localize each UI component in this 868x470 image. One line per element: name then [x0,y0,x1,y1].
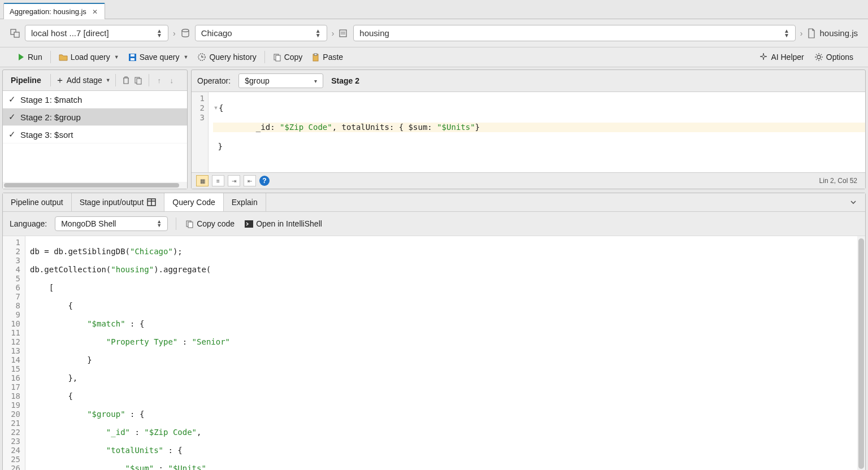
copy-button[interactable]: Copy [272,51,304,63]
tab-pipeline-output[interactable]: Pipeline output [3,193,72,211]
plus-icon: ＋ [55,75,64,86]
play-icon [17,53,25,61]
breadcrumb-file: housing.js [807,28,858,38]
editor-view-2-button[interactable]: ≡ [212,175,224,186]
close-icon[interactable]: ✕ [91,8,99,16]
database-dropdown[interactable]: Chicago ▲▼ [195,25,327,41]
dropdown-arrows-icon: ▲▼ [784,29,789,38]
tab-bar: Aggregation: housing.js ✕ [0,0,868,19]
editor-header: Operator: $group ▾ Stage 2 [192,70,865,92]
add-stage-button[interactable]: ＋ Add stage ▼ [55,75,111,86]
chevron-down-icon: ▼ [106,77,111,83]
chevron-down-icon [849,198,857,206]
operator-label: Operator: [197,76,231,85]
tab-stage-io[interactable]: Stage input/output [72,193,165,211]
stage-row-1[interactable]: ✓ Stage 1: $match [3,91,187,108]
gear-icon [814,53,823,62]
line-gutter: 123 [192,92,209,172]
horizontal-scrollbar[interactable] [3,182,187,189]
add-stage-label: Add stage [67,76,102,85]
duplicate-stage-button[interactable] [133,75,144,86]
operator-dropdown[interactable]: $group ▾ [238,73,323,88]
file-icon [807,28,816,38]
svg-rect-24 [137,79,141,84]
tab-aggregation[interactable]: Aggregation: housing.js ✕ [3,3,105,19]
svg-line-21 [816,59,817,60]
stage-number-label: Stage 2 [331,76,359,85]
stage-row-2[interactable]: ✓ Stage 2: $group [3,108,187,126]
svg-rect-7 [131,58,134,60]
svg-rect-29 [188,222,193,228]
collection-name: housing [359,28,389,38]
stage-label: Stage 2: $group [20,112,81,122]
pipeline-title: Pipeline [6,73,46,87]
operator-value: $group [245,76,270,85]
cursor-position: Lin 2, Col 52 [819,177,861,185]
language-value: MongoDB Shell [61,219,116,228]
query-history-button[interactable]: Query history [196,51,257,63]
ai-label: AI Helper [771,53,804,62]
copy-code-button[interactable]: Copy code [184,217,236,230]
svg-line-19 [816,54,817,55]
svg-line-22 [821,54,821,55]
language-dropdown[interactable]: MongoDB Shell ▲▼ [55,216,168,231]
load-query-button[interactable]: Load query ▼ [58,51,120,63]
chevron-down-icon: ▼ [184,54,189,60]
connection-dropdown[interactable]: local host ...7 [direct] ▲▼ [25,25,168,41]
collection-icon [338,28,349,38]
stage-editor-panel: Operator: $group ▾ Stage 2 123 ▾{ _id: "… [191,69,866,189]
svg-point-14 [817,55,821,59]
breadcrumb-sep-icon: › [332,29,335,38]
collection-dropdown[interactable]: housing ▲▼ [353,25,795,41]
stage-row-3[interactable]: ✓ Stage 3: $sort [3,126,187,143]
move-up-button[interactable]: ↑ [154,75,165,86]
paste-icon [311,53,320,62]
query-code-viewer[interactable]: 1234567891011121314151617181920212223242… [3,236,865,470]
stage-label: Stage 1: $match [20,95,82,105]
stage-code-editor[interactable]: 123 ▾{ _id: "$Zip Code", totalUnits: { $… [192,92,865,172]
dropdown-arrows-icon: ▲▼ [157,29,162,38]
load-label: Load query [71,53,110,62]
delete-stage-button[interactable] [120,75,132,86]
editor-outdent-button[interactable]: ⇤ [244,175,256,186]
tab-query-code[interactable]: Query Code [164,193,223,211]
open-intellishell-button[interactable]: Open in IntelliShell [244,217,323,230]
language-bar: Language: MongoDB Shell ▲▼ Copy code Ope… [3,212,865,236]
toolbar: Run Load query ▼ Save query ▼ Query hist… [0,47,868,67]
check-icon: ✓ [8,129,16,140]
breadcrumb: local host ...7 [direct] ▲▼ › Chicago ▲▼… [0,19,868,47]
chevron-down-icon: ▼ [114,54,119,60]
code-body[interactable]: ▾{ _id: "$Zip Code", totalUnits: { $sum:… [209,92,865,172]
chevron-down-icon: ▾ [314,78,317,84]
svg-rect-11 [276,55,280,61]
ai-helper-button[interactable]: AI Helper [758,51,805,63]
bottom-panel: Pipeline output Stage input/output Query… [2,193,866,470]
paste-button[interactable]: Paste [310,51,344,63]
collapse-panel-button[interactable] [841,195,865,210]
svg-rect-30 [245,220,253,228]
copy-icon [273,53,281,62]
breadcrumb-sep-icon: › [173,29,176,38]
svg-rect-1 [14,32,19,37]
terminal-icon [245,220,253,228]
pipeline-panel: Pipeline ＋ Add stage ▼ ↑ ↓ ✓ Stage 1: $m… [2,69,188,189]
tab-explain[interactable]: Explain [224,193,266,211]
vertical-scrollbar[interactable] [857,236,865,470]
check-icon: ✓ [8,94,16,105]
help-icon[interactable]: ? [259,176,270,186]
editor-view-1-button[interactable]: ▦ [196,175,209,186]
save-icon [128,53,137,62]
check-icon: ✓ [8,112,16,122]
save-query-button[interactable]: Save query ▼ [127,51,190,63]
move-down-button[interactable]: ↓ [166,75,177,86]
editor-footer: ▦ ≡ ⇥ ⇤ ? Lin 2, Col 52 [192,172,865,189]
save-label: Save query [140,53,180,62]
query-body[interactable]: db = db.getSiblingDB("Chicago"); db.getC… [25,236,865,470]
options-button[interactable]: Options [813,51,854,63]
history-icon [197,53,206,62]
connection-icon [10,28,20,38]
editor-indent-button[interactable]: ⇥ [228,175,240,186]
run-button[interactable]: Run [16,51,44,63]
connection-name: local host ...7 [direct] [31,28,109,38]
stage-list: ✓ Stage 1: $match ✓ Stage 2: $group ✓ St… [3,91,187,182]
